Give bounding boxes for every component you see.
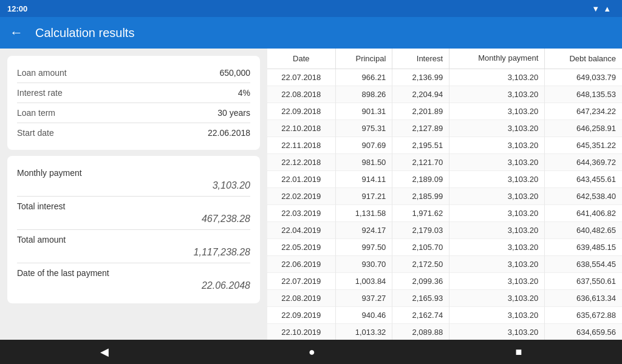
table-cell: 2,121.70 [392, 153, 449, 170]
table-row: 22.04.2019924.172,179.033,103.20640,482.… [267, 221, 622, 238]
summary-item: Date of the last payment22.06.2048 [17, 263, 250, 296]
info-row: Start date22.06.2018 [17, 123, 250, 143]
time-display: 12:00 [7, 4, 27, 13]
table-cell: 3,103.20 [449, 306, 545, 323]
table-cell: 637,550.61 [545, 272, 622, 289]
summary-value: 3,103.20 [17, 180, 250, 191]
table-cell: 914.11 [335, 170, 392, 187]
info-label: Start date [17, 128, 54, 138]
table-cell: 22.11.2018 [267, 136, 335, 153]
table-row: 22.09.2019940.462,162.743,103.20635,672.… [267, 306, 622, 323]
table-cell: 22.03.2019 [267, 204, 335, 221]
table-cell: 930.70 [335, 255, 392, 272]
table-cell: 2,162.74 [392, 306, 449, 323]
info-row: Loan amount650,000 [17, 63, 250, 83]
table-cell: 639,485.15 [545, 238, 622, 255]
table-cell: 2,189.09 [392, 170, 449, 187]
summary-value: 1,117,238.28 [17, 247, 250, 258]
info-label: Interest rate [17, 88, 63, 98]
table-row: 22.03.20191,131.581,971.623,103.20641,40… [267, 204, 622, 221]
nav-home-button[interactable]: ● [290, 341, 333, 363]
back-button[interactable]: ← [10, 25, 23, 41]
app-bar: ← Calculation results [0, 17, 622, 49]
table-cell: 638,554.45 [545, 255, 622, 272]
table-row: 22.07.2018966.212,136.993,103.20649,033.… [267, 69, 622, 86]
info-value: 650,000 [219, 68, 250, 78]
table-row: 22.08.2018898.262,204.943,103.20648,135.… [267, 86, 622, 103]
table-cell: 22.09.2018 [267, 103, 335, 120]
table-cell: 641,406.82 [545, 204, 622, 221]
status-icons: ▼ ▲ [592, 4, 615, 13]
table-cell: 649,033.79 [545, 69, 622, 86]
table-row: 22.11.2018907.692,195.513,103.20645,351.… [267, 136, 622, 153]
table-cell: 3,103.20 [449, 204, 545, 221]
table-cell: 2,165.93 [392, 289, 449, 306]
summary-label: Monthly payment [17, 168, 250, 178]
navigation-bar: ◀ ● ■ [0, 340, 622, 364]
table-cell: 997.50 [335, 238, 392, 255]
table-row: 22.08.2019937.272,165.933,103.20636,613.… [267, 289, 622, 306]
table-cell: 3,103.20 [449, 221, 545, 238]
table-cell: 2,185.99 [392, 187, 449, 204]
summary-label: Total amount [17, 235, 250, 244]
table-cell: 2,195.51 [392, 136, 449, 153]
table-cell: 22.02.2019 [267, 187, 335, 204]
table-cell: 975.31 [335, 120, 392, 136]
table-cell: 644,369.72 [545, 153, 622, 170]
nav-back-button[interactable]: ◀ [82, 340, 127, 363]
table-cell: 2,201.89 [392, 103, 449, 120]
table-cell: 634,659.56 [545, 323, 622, 340]
amortization-table: DatePrincipalInterestMonthly paymentDebt… [267, 49, 622, 340]
table-row: 22.05.2019997.502,105.703,103.20639,485.… [267, 238, 622, 255]
table-cell: 981.50 [335, 153, 392, 170]
summary-label: Date of the last payment [17, 268, 250, 278]
table-row: 22.02.2019917.212,185.993,103.20642,538.… [267, 187, 622, 204]
left-panel: Loan amount650,000Interest rate4%Loan te… [0, 49, 267, 340]
table-cell: 643,455.61 [545, 170, 622, 187]
table-row: 22.10.20191,013.322,089.883,103.20634,65… [267, 323, 622, 340]
table-cell: 1,013.32 [335, 323, 392, 340]
table-cell: 3,103.20 [449, 170, 545, 187]
signal-icon: ▼ [592, 4, 600, 13]
amortization-table-panel[interactable]: DatePrincipalInterestMonthly paymentDebt… [267, 49, 622, 340]
table-cell: 22.10.2019 [267, 323, 335, 340]
info-value: 4% [238, 88, 250, 98]
table-cell: 647,234.22 [545, 103, 622, 120]
info-row: Loan term30 years [17, 103, 250, 123]
table-cell: 2,204.94 [392, 86, 449, 103]
table-row: 22.10.2018975.312,127.893,103.20646,258.… [267, 120, 622, 136]
table-cell: 22.04.2019 [267, 221, 335, 238]
table-cell: 2,099.36 [392, 272, 449, 289]
info-value: 30 years [217, 108, 250, 118]
nav-recent-button[interactable]: ■ [497, 341, 540, 363]
table-header: Principal [335, 49, 392, 69]
table-cell: 22.12.2018 [267, 153, 335, 170]
table-cell: 2,172.50 [392, 255, 449, 272]
table-row: 22.01.2019914.112,189.093,103.20643,455.… [267, 170, 622, 187]
table-header: Date [267, 49, 335, 69]
table-header: Interest [392, 49, 449, 69]
table-cell: 22.08.2018 [267, 86, 335, 103]
table-cell: 901.31 [335, 103, 392, 120]
table-row: 22.09.2018901.312,201.893,103.20647,234.… [267, 103, 622, 120]
wifi-icon: ▲ [603, 4, 611, 13]
table-cell: 22.01.2019 [267, 170, 335, 187]
summary-card: Monthly payment3,103.20Total interest467… [7, 156, 260, 303]
table-cell: 2,127.89 [392, 120, 449, 136]
info-label: Loan term [17, 108, 55, 118]
summary-value: 467,238.28 [17, 214, 250, 224]
table-cell: 3,103.20 [449, 272, 545, 289]
summary-value: 22.06.2048 [17, 280, 250, 291]
summary-item: Monthly payment3,103.20 [17, 163, 250, 197]
table-cell: 966.21 [335, 69, 392, 86]
table-cell: 3,103.20 [449, 69, 545, 86]
table-cell: 2,179.03 [392, 221, 449, 238]
info-row: Interest rate4% [17, 83, 250, 103]
table-cell: 22.07.2019 [267, 272, 335, 289]
table-cell: 22.10.2018 [267, 120, 335, 136]
table-cell: 3,103.20 [449, 289, 545, 306]
table-cell: 924.17 [335, 221, 392, 238]
table-cell: 2,136.99 [392, 69, 449, 86]
summary-label: Total interest [17, 201, 250, 211]
table-cell: 642,538.40 [545, 187, 622, 204]
